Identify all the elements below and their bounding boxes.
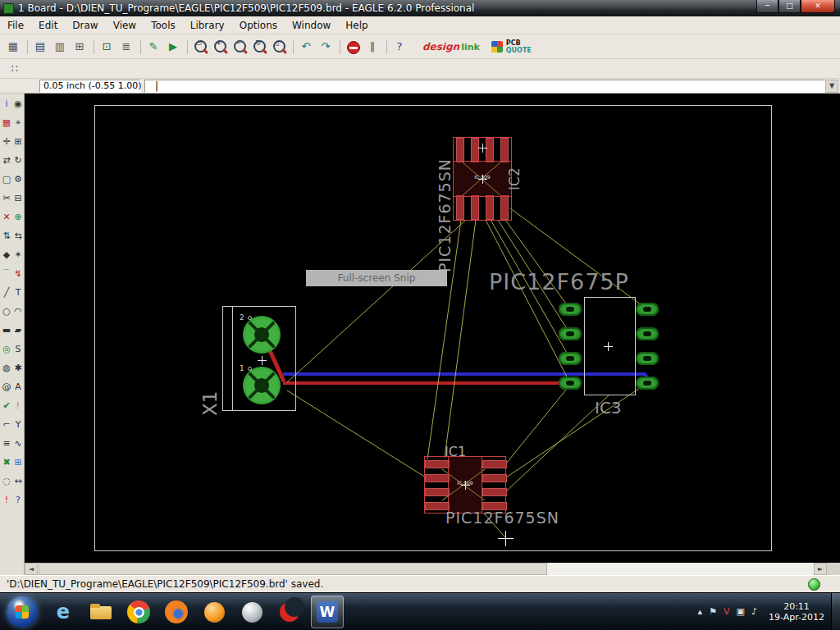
print-icon[interactable]: ▥ <box>51 38 69 56</box>
library-icon[interactable]: ≣ <box>117 38 135 56</box>
menu-file[interactable]: File <box>0 17 31 34</box>
tht-pad[interactable] <box>559 377 582 390</box>
text-icon[interactable]: T <box>12 284 24 301</box>
wire-icon[interactable]: ╱ <box>1 284 12 301</box>
paste-icon[interactable]: ⊟ <box>12 189 24 207</box>
zoom-in-icon[interactable]: + <box>211 38 229 56</box>
cam-processor-icon[interactable]: ⊞ <box>71 38 89 56</box>
firefox-icon[interactable] <box>160 596 193 628</box>
show-eye-icon[interactable]: ◉ <box>12 95 24 112</box>
command-history-dropdown[interactable]: ▼ <box>825 80 838 93</box>
smd-pad[interactable] <box>456 195 464 220</box>
command-line-input[interactable]: | <box>144 80 825 93</box>
arc-icon[interactable]: ◠ <box>12 303 24 320</box>
mark-icon[interactable]: ⌖ <box>12 114 24 131</box>
scroll-left-arrow[interactable]: ◄ <box>25 563 38 575</box>
rotate-icon[interactable]: ↻ <box>12 152 24 169</box>
volume-icon[interactable]: ♪ <box>751 606 757 617</box>
tht-pad[interactable] <box>559 303 582 316</box>
scroll-right-arrow[interactable]: ► <box>814 563 827 575</box>
move-icon[interactable]: ✛ <box>1 133 12 150</box>
tht-pad[interactable] <box>636 303 659 316</box>
grid-toggle-icon[interactable]: ⊞ <box>12 454 24 471</box>
start-button[interactable] <box>7 596 38 628</box>
open-schematic-icon[interactable]: ⊡ <box>98 38 116 56</box>
drc-icon[interactable]: ✔ <box>1 397 12 414</box>
antivirus-icon[interactable]: V <box>724 606 730 617</box>
grid-dots-icon[interactable]: ∷ <box>6 60 24 78</box>
add-icon[interactable]: ⊕ <box>12 208 24 226</box>
smd-pad[interactable] <box>500 195 509 220</box>
x1-pad-1[interactable] <box>243 367 281 404</box>
group-icon[interactable]: ▢ <box>1 171 12 188</box>
meander-icon[interactable]: ∿ <box>12 435 24 452</box>
route-icon[interactable]: ⌒ <box>1 265 12 282</box>
ie-icon[interactable]: e <box>47 596 80 628</box>
smd-pad[interactable] <box>425 460 450 468</box>
split-icon[interactable]: Y <box>12 416 24 433</box>
save-icon[interactable]: ▤ <box>31 38 49 56</box>
tray-expand-icon[interactable]: ▴ <box>698 606 703 617</box>
errors-icon[interactable]: ! <box>12 397 24 414</box>
menu-draw[interactable]: Draw <box>65 17 105 34</box>
smd-pad[interactable] <box>482 488 507 496</box>
explorer-icon[interactable] <box>84 596 117 628</box>
signal-icon[interactable]: S <box>12 340 24 358</box>
menu-library[interactable]: Library <box>183 17 232 34</box>
dimension-icon[interactable]: ↔ <box>12 472 24 490</box>
mirror-icon[interactable]: ⇄ <box>1 152 12 169</box>
replace-icon[interactable]: ⇆ <box>12 227 24 244</box>
menu-view[interactable]: View <box>106 17 144 34</box>
help-tool-icon[interactable]: ? <box>12 491 24 509</box>
chrome-icon[interactable] <box>122 596 155 628</box>
circle-icon[interactable]: ○ <box>1 303 12 320</box>
design-link-logo[interactable]: design link <box>422 41 480 52</box>
via-icon[interactable]: ◎ <box>1 340 12 358</box>
stop-icon[interactable] <box>344 38 362 56</box>
swap-layers-icon[interactable]: ✖ <box>1 454 12 471</box>
zoom-out-icon[interactable]: − <box>231 38 249 56</box>
mitre-icon[interactable]: ⌐ <box>1 416 12 433</box>
info-tool-icon[interactable]: i <box>1 95 12 112</box>
tht-pad[interactable] <box>636 327 659 340</box>
smd-pad[interactable] <box>486 195 494 220</box>
tht-pad[interactable] <box>636 377 659 390</box>
taskbar-clock[interactable]: 20:11 19-Apr-2012 <box>769 601 824 623</box>
ruler-icon[interactable]: ‖ <box>363 38 381 56</box>
hole-icon[interactable]: ◍ <box>1 359 12 377</box>
board-canvas[interactable]: IC 509 IC 509 <box>25 94 840 563</box>
grey-app-icon[interactable] <box>235 596 268 628</box>
smd-pad[interactable] <box>471 195 479 220</box>
pinswap-icon[interactable]: ⇅ <box>1 227 12 244</box>
tht-pad[interactable] <box>559 352 582 365</box>
action-center-icon[interactable]: ⚑ <box>709 606 717 617</box>
stop-warning-icon[interactable]: ! <box>1 491 12 509</box>
copy-icon[interactable]: ⊞ <box>12 133 24 150</box>
word-icon[interactable]: W <box>311 596 344 628</box>
pcb-quote-logo[interactable]: PCBQUOTE <box>491 39 532 54</box>
titlebar[interactable]: 1 Board - D:\DIEN_TU_Programe\EAGLE\PIC1… <box>0 0 840 16</box>
display-tray-icon[interactable]: ▣ <box>737 606 745 617</box>
minimize-button[interactable]: ─ <box>756 0 778 13</box>
ripup-icon[interactable]: ↯ <box>12 265 24 282</box>
menu-options[interactable]: Options <box>232 17 285 34</box>
horizontal-scrollbar[interactable]: ◄ ► <box>25 563 840 575</box>
lock-icon[interactable]: ◆ <box>1 246 12 263</box>
maximize-button[interactable]: □ <box>778 0 801 13</box>
red-app-icon[interactable] <box>273 596 306 628</box>
zoom-redraw-icon[interactable]: ↻ <box>250 38 268 56</box>
polygon-icon[interactable]: ▰ <box>12 322 24 339</box>
redo-icon[interactable]: ↷ <box>317 38 335 56</box>
x1-pad-2[interactable] <box>243 316 281 354</box>
optimize-icon[interactable]: ≡ <box>1 435 12 452</box>
smash-icon[interactable]: ✶ <box>12 246 24 263</box>
show-desktop-button[interactable] <box>831 593 840 630</box>
change-icon[interactable]: ⚙ <box>12 171 24 188</box>
smd-pad[interactable] <box>500 138 509 162</box>
undo-icon[interactable]: ↶ <box>297 38 315 56</box>
delete-icon[interactable]: ✕ <box>1 208 12 226</box>
smd-pad[interactable] <box>456 138 464 162</box>
menu-window[interactable]: Window <box>285 17 338 34</box>
zoom-fit-icon[interactable]: ▭ <box>191 38 209 56</box>
tht-pad[interactable] <box>559 327 582 340</box>
